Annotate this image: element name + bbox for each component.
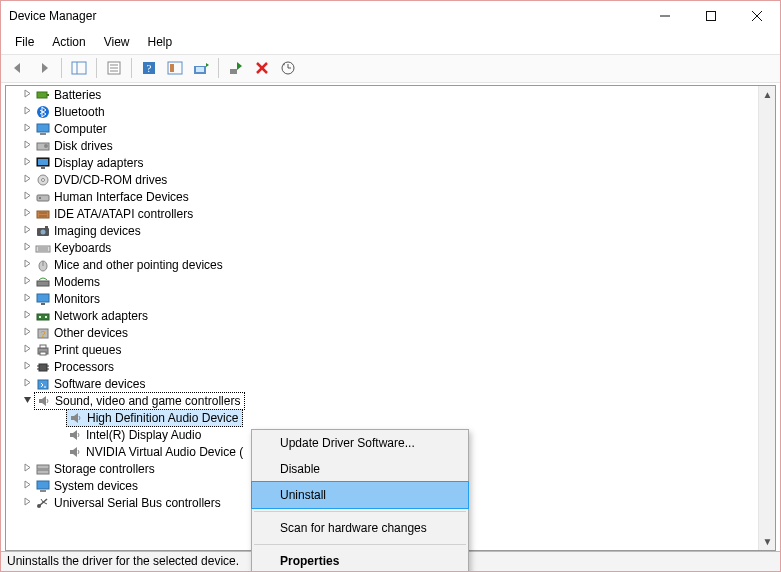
maximize-button[interactable] — [688, 1, 734, 31]
titlebar: Device Manager — [1, 1, 780, 31]
tree-row[interactable]: Imaging devices — [6, 222, 758, 239]
tree-row[interactable]: Computer — [6, 120, 758, 137]
tree-row[interactable]: Batteries — [6, 86, 758, 103]
chevron-right-icon[interactable] — [20, 377, 34, 391]
svg-point-38 — [41, 229, 46, 234]
menu-view[interactable]: View — [96, 33, 138, 51]
context-menu-item[interactable]: Uninstall — [251, 481, 469, 509]
tree-row[interactable]: Sound, video and game controllers — [6, 392, 758, 409]
svg-rect-65 — [40, 490, 46, 492]
tree-row[interactable]: Bluetooth — [6, 103, 758, 120]
minimize-button[interactable] — [642, 1, 688, 31]
chevron-right-icon[interactable] — [20, 343, 34, 357]
chevron-right-icon[interactable] — [20, 496, 34, 510]
enable-button[interactable] — [224, 57, 248, 79]
modem-icon — [34, 274, 52, 290]
window-title: Device Manager — [9, 9, 642, 23]
forward-button[interactable] — [32, 57, 56, 79]
tree-row[interactable]: DVD/CD-ROM drives — [6, 171, 758, 188]
chevron-right-icon[interactable] — [20, 326, 34, 340]
show-hide-console-tree-button[interactable] — [67, 57, 91, 79]
chevron-right-icon[interactable] — [20, 122, 34, 136]
tree-row[interactable]: Software devices — [6, 375, 758, 392]
chevron-right-icon[interactable] — [20, 156, 34, 170]
close-button[interactable] — [734, 1, 780, 31]
tree-row[interactable]: Modems — [6, 273, 758, 290]
help-button[interactable]: ? — [137, 57, 161, 79]
context-menu-item[interactable]: Scan for hardware changes — [252, 515, 468, 541]
tree-label: High Definition Audio Device — [85, 411, 238, 425]
context-menu-item[interactable]: Properties — [252, 548, 468, 572]
other-icon: ? — [34, 325, 52, 341]
chevron-right-icon[interactable] — [20, 258, 34, 272]
processor-icon — [34, 359, 52, 375]
chevron-right-icon[interactable] — [20, 462, 34, 476]
storage-icon — [34, 461, 52, 477]
chevron-right-icon[interactable] — [20, 190, 34, 204]
battery-icon — [34, 87, 52, 103]
action-button[interactable] — [163, 57, 187, 79]
tree-row[interactable]: Processors — [6, 358, 758, 375]
menu-help[interactable]: Help — [140, 33, 181, 51]
update-driver-button[interactable] — [189, 57, 213, 79]
chevron-right-icon[interactable] — [20, 241, 34, 255]
tree-label: IDE ATA/ATAPI controllers — [52, 207, 193, 221]
chevron-right-icon[interactable] — [20, 88, 34, 102]
scroll-down-arrow[interactable]: ▼ — [759, 533, 776, 550]
svg-rect-29 — [41, 167, 45, 169]
scan-hardware-button[interactable] — [276, 57, 300, 79]
chevron-right-icon[interactable] — [20, 139, 34, 153]
tree-label: Network adapters — [52, 309, 148, 323]
tree-row[interactable]: Human Interface Devices — [6, 188, 758, 205]
svg-rect-50 — [45, 316, 47, 318]
properties-button[interactable] — [102, 57, 126, 79]
chevron-right-icon[interactable] — [20, 292, 34, 306]
chevron-right-icon[interactable] — [20, 309, 34, 323]
tree-row[interactable]: Display adapters — [6, 154, 758, 171]
menu-file[interactable]: File — [7, 33, 42, 51]
tree-row[interactable]: Monitors — [6, 290, 758, 307]
svg-rect-13 — [170, 64, 174, 72]
svg-rect-16 — [230, 69, 237, 74]
network-icon — [34, 308, 52, 324]
tree-label: NVIDIA Virtual Audio Device ( — [84, 445, 243, 459]
tree-label: Human Interface Devices — [52, 190, 189, 204]
tree-row[interactable]: Network adapters — [6, 307, 758, 324]
svg-point-31 — [42, 178, 45, 181]
tree-row[interactable]: ?Other devices — [6, 324, 758, 341]
chevron-right-icon[interactable] — [20, 207, 34, 221]
tree-row[interactable]: IDE ATA/ATAPI controllers — [6, 205, 758, 222]
menu-action[interactable]: Action — [44, 33, 93, 51]
tree-label: System devices — [52, 479, 138, 493]
tree-label: Computer — [52, 122, 107, 136]
svg-rect-46 — [37, 294, 49, 302]
svg-rect-54 — [40, 345, 46, 348]
chevron-right-icon[interactable] — [20, 360, 34, 374]
tree-row[interactable]: Disk drives — [6, 137, 758, 154]
speaker-icon — [66, 427, 84, 443]
chevron-right-icon[interactable] — [20, 224, 34, 238]
tree-label: Sound, video and game controllers — [53, 394, 240, 408]
chevron-right-icon[interactable] — [20, 105, 34, 119]
chevron-right-icon[interactable] — [20, 479, 34, 493]
svg-text:?: ? — [40, 329, 45, 339]
chevron-down-icon[interactable] — [20, 394, 34, 408]
tree-row[interactable]: Print queues — [6, 341, 758, 358]
system-icon — [34, 478, 52, 494]
tree-label: Intel(R) Display Audio — [84, 428, 201, 442]
tree-row[interactable]: Mice and other pointing devices — [6, 256, 758, 273]
vertical-scrollbar[interactable]: ▲ ▼ — [758, 86, 775, 550]
svg-point-33 — [39, 197, 41, 199]
uninstall-button[interactable] — [250, 57, 274, 79]
tree-row[interactable]: High Definition Audio Device — [6, 409, 758, 426]
scroll-up-arrow[interactable]: ▲ — [759, 86, 776, 103]
tree-label: Mice and other pointing devices — [52, 258, 223, 272]
context-menu-item[interactable]: Update Driver Software... — [252, 430, 468, 456]
context-menu-separator — [254, 544, 466, 545]
back-button[interactable] — [6, 57, 30, 79]
tree-row[interactable]: Keyboards — [6, 239, 758, 256]
context-menu-item[interactable]: Disable — [252, 456, 468, 482]
tree-label: Other devices — [52, 326, 128, 340]
chevron-right-icon[interactable] — [20, 173, 34, 187]
chevron-right-icon[interactable] — [20, 275, 34, 289]
